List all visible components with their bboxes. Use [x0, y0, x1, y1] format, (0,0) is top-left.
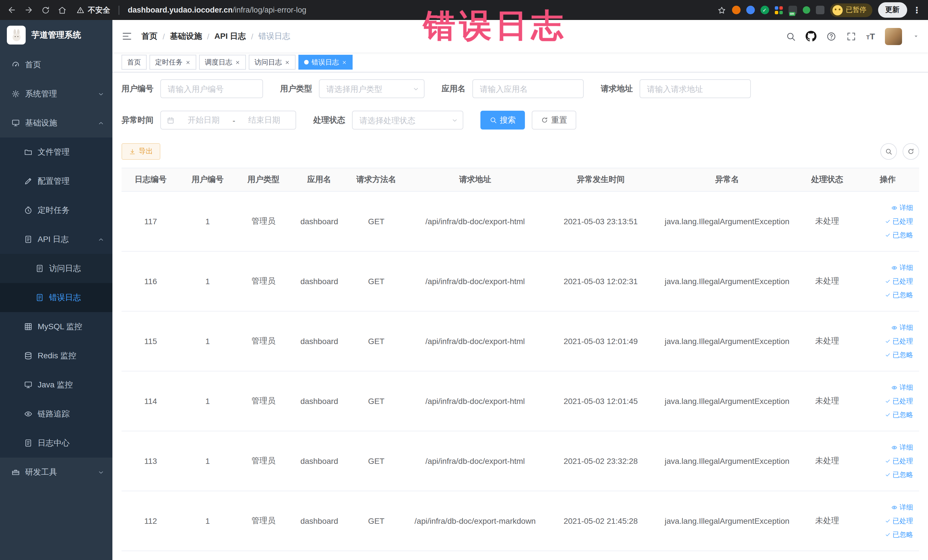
cell-log-id: 116 — [122, 252, 180, 311]
browser-extension-icon[interactable] — [746, 6, 754, 14]
mark-ignored-link[interactable]: 已忽略 — [885, 290, 913, 300]
sidebar-item-file-management[interactable]: 文件管理 — [0, 137, 112, 166]
sidebar-item-home[interactable]: 首页 — [0, 50, 112, 79]
search-button[interactable]: 搜索 — [481, 111, 525, 130]
detail-link[interactable]: 详细 — [891, 203, 913, 212]
home-icon[interactable] — [58, 5, 67, 15]
exception-time-range-picker[interactable]: 开始日期 - 结束日期 — [160, 111, 296, 130]
mark-processed-link[interactable]: 已处理 — [885, 516, 913, 526]
sidebar-item-config-management[interactable]: 配置管理 — [0, 166, 112, 196]
forward-icon[interactable] — [24, 5, 34, 15]
close-icon[interactable] — [285, 60, 290, 65]
browser-update-button[interactable]: 更新 — [878, 2, 907, 18]
sidebar-item-error-log[interactable]: 错误日志 — [0, 283, 112, 312]
mark-ignored-link[interactable]: 已忽略 — [885, 350, 913, 360]
cell-method: GET — [347, 192, 405, 251]
caret-down-icon[interactable] — [913, 33, 919, 40]
reset-button[interactable]: 重置 — [532, 111, 576, 130]
cell-log-id: 115 — [122, 311, 180, 371]
search-icon[interactable] — [786, 31, 796, 41]
sidebar-item-scheduled-task[interactable]: 定时任务 — [0, 196, 112, 225]
user-avatar[interactable] — [885, 27, 902, 45]
browser-extension-icon[interactable] — [760, 6, 769, 14]
detail-link[interactable]: 详细 — [891, 443, 913, 452]
process-status-select[interactable] — [352, 111, 463, 130]
side-menu: 首页系统管理基础设施文件管理配置管理定时任务API 日志访问日志错误日志MySQ… — [0, 50, 112, 560]
sidebar-item-api-log[interactable]: API 日志 — [0, 225, 112, 254]
close-icon[interactable] — [185, 60, 191, 65]
sidebar-item-label: MySQL 监控 — [38, 322, 82, 332]
breadcrumb-item[interactable]: 首页 — [142, 31, 157, 41]
mark-ignored-link[interactable]: 已忽略 — [885, 530, 913, 539]
sidebar-item-dev-tools[interactable]: 研发工具 — [0, 458, 112, 487]
app-name-input[interactable] — [472, 79, 584, 98]
tab-error-log[interactable]: 错误日志 — [298, 55, 353, 70]
cell-actions: 详细 已处理 已忽略 — [857, 192, 919, 251]
refresh-table-button[interactable] — [902, 143, 919, 160]
detail-link[interactable]: 详细 — [891, 502, 913, 512]
request-url-input[interactable] — [640, 79, 751, 98]
mark-ignored-link[interactable]: 已忽略 — [885, 410, 913, 420]
browser-menu-icon[interactable]: ⋮ — [913, 5, 921, 15]
cell-exception-time: 2021-05-03 23:13:51 — [545, 192, 656, 251]
sidebar-item-java-monitor[interactable]: Java 监控 — [0, 370, 112, 400]
mark-processed-link[interactable]: 已处理 — [885, 217, 913, 226]
user-type-select-input[interactable] — [319, 79, 424, 98]
table-toolbar: 导出 — [122, 143, 919, 160]
mark-ignored-link[interactable]: 已忽略 — [885, 230, 913, 240]
help-icon[interactable] — [826, 31, 836, 41]
breadcrumb-item[interactable]: 基础设施 — [170, 31, 202, 41]
sidebar-item-trace[interactable]: 链路追踪 — [0, 400, 112, 429]
mark-processed-link[interactable]: 已处理 — [885, 456, 913, 466]
font-size-icon[interactable]: TT — [866, 31, 875, 41]
detail-link[interactable]: 详细 — [891, 383, 913, 392]
check-icon — [885, 472, 891, 478]
mark-processed-link[interactable]: 已处理 — [885, 396, 913, 406]
mark-ignored-link[interactable]: 已忽略 — [885, 470, 913, 479]
fullscreen-icon[interactable] — [846, 31, 856, 41]
browser-extension-icon[interactable] — [803, 6, 810, 14]
sidebar-item-infrastructure[interactable]: 基础设施 — [0, 108, 112, 137]
tab-schedule-log[interactable]: 调度日志 — [199, 55, 246, 70]
github-icon[interactable] — [806, 31, 817, 42]
close-icon[interactable] — [235, 60, 240, 65]
process-status-select-input[interactable] — [352, 111, 463, 130]
sidebar-item-system-management[interactable]: 系统管理 — [0, 79, 112, 108]
error-log-table: 日志编号 用户编号 用户类型 应用名 请求方法名 请求地址 异常发生时间 异常名… — [122, 168, 919, 551]
breadcrumb-item[interactable]: API 日志 — [215, 31, 246, 41]
mark-processed-link[interactable]: 已处理 — [885, 336, 913, 346]
toggle-search-button[interactable] — [880, 143, 897, 160]
detail-link[interactable]: 详细 — [891, 323, 913, 333]
browser-extension-icon[interactable] — [774, 6, 783, 14]
browser-extension-icon[interactable] — [816, 6, 824, 14]
browser-extension-icon[interactable]: on — [788, 6, 797, 14]
sidebar-collapse-icon[interactable] — [122, 31, 132, 42]
table-row: 116 1 管理员 dashboard GET /api/infra/db-do… — [122, 252, 919, 311]
tab-access-log[interactable]: 访问日志 — [249, 55, 296, 70]
app-logo[interactable]: 芋道管理系统 — [0, 20, 112, 50]
detail-link[interactable]: 详细 — [891, 263, 913, 272]
close-icon[interactable] — [342, 60, 347, 65]
warning-icon — [76, 6, 84, 14]
browser-profile-chip[interactable]: 已暂停 — [830, 3, 872, 17]
user-id-input[interactable] — [160, 79, 263, 98]
browser-extension-icon[interactable] — [732, 6, 740, 14]
sidebar-item-mysql-monitor[interactable]: MySQL 监控 — [0, 312, 112, 341]
document-icon — [24, 439, 32, 447]
sidebar-item-access-log[interactable]: 访问日志 — [0, 254, 112, 283]
tab-home[interactable]: 首页 — [122, 55, 147, 70]
user-type-select[interactable] — [319, 79, 424, 98]
cell-request-url: /api/infra/db-doc/export-html — [405, 311, 545, 371]
export-button[interactable]: 导出 — [122, 143, 160, 160]
security-indicator[interactable]: 不安全 — [76, 5, 110, 15]
sidebar-item-log-center[interactable]: 日志中心 — [0, 429, 112, 458]
address-bar[interactable]: dashboard.yudao.iocoder.cn/infra/log/api… — [128, 6, 307, 14]
sidebar-item-redis-monitor[interactable]: Redis 监控 — [0, 341, 112, 370]
mark-processed-link[interactable]: 已处理 — [885, 276, 913, 286]
bookmark-star-icon[interactable] — [717, 5, 726, 15]
reload-icon[interactable] — [41, 5, 50, 15]
search-icon — [490, 116, 497, 124]
tab-scheduled-task[interactable]: 定时任务 — [150, 55, 196, 70]
cell-log-id: 112 — [122, 491, 180, 551]
back-icon[interactable] — [7, 5, 17, 15]
